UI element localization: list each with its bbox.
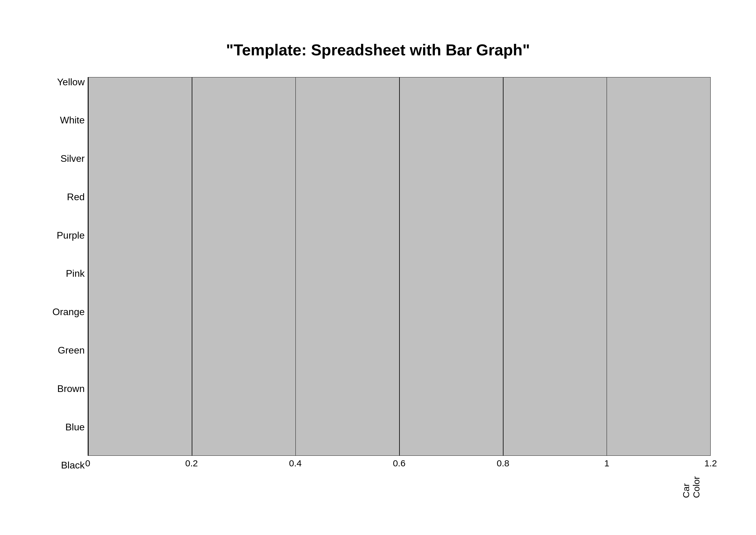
- plot-and-x: 00.20.40.60.811.2 Car Color: [88, 77, 711, 494]
- y-label-purple: Purple: [57, 231, 85, 240]
- y-axis-labels: YellowWhiteSilverRedPurplePinkOrangeGree…: [45, 77, 88, 494]
- x-label-1_2: 1.2: [704, 458, 717, 468]
- y-label-silver: Silver: [61, 154, 85, 163]
- y-label-green: Green: [58, 345, 85, 355]
- x-label-0_2: 0.2: [185, 458, 198, 468]
- x-label-1: 1: [604, 458, 609, 468]
- x-axis-labels: 00.20.40.60.811.2: [88, 458, 711, 473]
- y-label-orange: Orange: [52, 307, 85, 317]
- y-label-pink: Pink: [66, 268, 85, 278]
- y-label-black: Black: [61, 460, 85, 470]
- vgrid-line-1: [192, 77, 192, 456]
- y-label-blue: Blue: [65, 422, 85, 432]
- y-label-white: White: [60, 115, 85, 125]
- x-label-0_4: 0.4: [289, 458, 302, 468]
- chart-container: "Template: Spreadsheet with Bar Graph" Y…: [45, 41, 711, 494]
- x-axis-area: 00.20.40.60.811.2 Car Color: [88, 458, 711, 494]
- chart-area: YellowWhiteSilverRedPurplePinkOrangeGree…: [45, 77, 711, 494]
- y-label-red: Red: [67, 192, 85, 202]
- vgrid-line-4: [503, 77, 503, 456]
- x-label-0_8: 0.8: [496, 458, 509, 468]
- vgrid-line-6: [710, 77, 711, 456]
- y-label-yellow: Yellow: [57, 77, 85, 87]
- plot-area: [88, 77, 711, 456]
- vgrid-line-5: [607, 77, 607, 456]
- x-axis-title-area: Car Color: [88, 476, 711, 494]
- vgrid-line-2: [295, 77, 296, 456]
- x-axis-title: Car Color: [681, 476, 702, 498]
- y-label-brown: Brown: [57, 384, 85, 393]
- chart-title: "Template: Spreadsheet with Bar Graph": [226, 41, 530, 59]
- x-label-0_6: 0.6: [393, 458, 406, 468]
- x-label-0: 0: [85, 458, 90, 468]
- vgrid-line-3: [399, 77, 400, 456]
- vgrid-line-0: [88, 77, 89, 456]
